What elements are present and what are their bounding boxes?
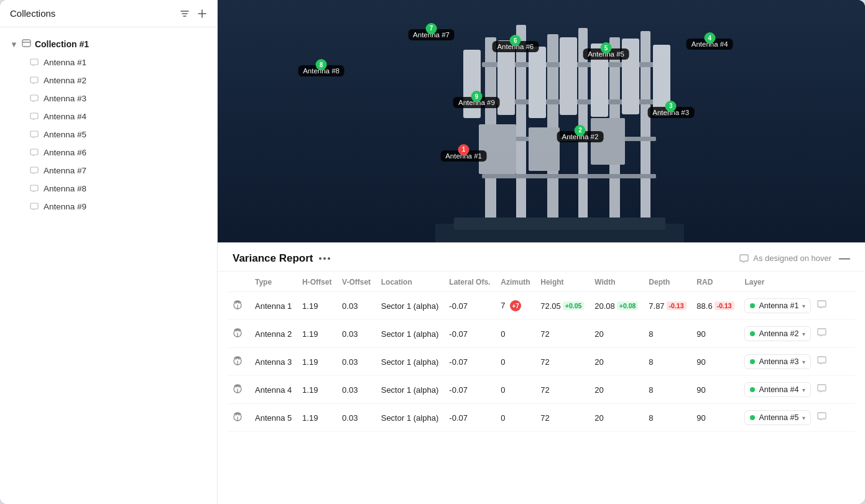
col-header: Type	[250, 272, 297, 292]
col-header: Location	[376, 272, 445, 292]
comment-icon	[817, 300, 826, 309]
chevron-down-icon: ▾	[802, 387, 805, 393]
layer-select[interactable]: Antenna #2 ▾	[744, 326, 811, 341]
collection-header[interactable]: ▼ Collection #1	[0, 35, 217, 53]
table-row: Antenna 31.190.03Sector 1 (alpha)-0.0707…	[228, 348, 855, 376]
dot1	[319, 257, 321, 260]
antenna-comment-icon	[30, 94, 39, 103]
antenna-list-item[interactable]: Antenna #5	[0, 126, 217, 144]
row-rad: 90	[692, 404, 739, 432]
antenna-viewport-label[interactable]: 8 Antenna #8	[298, 65, 345, 76]
row-location: Sector 1 (alpha)	[376, 292, 445, 320]
layer-cell: Antenna #1 ▾	[744, 298, 828, 313]
row-hoffset: 1.19	[297, 376, 337, 404]
panel-header: Variance Report As designed on hover	[218, 243, 865, 272]
filter-button[interactable]	[180, 9, 190, 19]
antenna-list-item[interactable]: Antenna #3	[0, 89, 217, 108]
dot3	[328, 257, 330, 260]
filter-icon	[180, 9, 190, 19]
antenna-list-item[interactable]: Antenna #4	[0, 108, 217, 126]
row-height: 72	[535, 320, 590, 348]
antenna-item-label: Antenna #3	[44, 94, 86, 103]
svg-rect-21	[560, 37, 577, 115]
row-antenna-icon	[228, 292, 250, 320]
row-location: Sector 1 (alpha)	[376, 404, 445, 432]
row-type: Antenna 4	[250, 376, 297, 404]
chevron-down-icon: ▾	[802, 331, 805, 337]
layer-dot	[750, 331, 755, 336]
depth-value: 7.87 -0.13	[649, 301, 686, 311]
row-comment-button[interactable]	[817, 412, 826, 424]
table-container[interactable]: TypeH-OffsetV-OffsetLocationLateral Ofs.…	[218, 272, 865, 504]
layer-select[interactable]: Antenna #3 ▾	[744, 354, 811, 369]
antenna-viewport-label[interactable]: 7 Antenna #7	[408, 29, 455, 40]
row-lateral: -0.07	[444, 292, 496, 320]
antenna-badge: 4	[704, 32, 715, 44]
antenna-viewport-label[interactable]: 2 Antenna #2	[557, 131, 604, 142]
antenna-comment-icon	[30, 203, 39, 211]
layer-name: Antenna #3	[759, 357, 798, 366]
row-hoffset: 1.19	[297, 348, 337, 376]
antenna-list-item[interactable]: Antenna #6	[0, 144, 217, 162]
layer-dot	[750, 415, 755, 420]
rad-diff: -0.13	[715, 301, 734, 310]
sidebar-header: Collections	[0, 0, 217, 27]
row-azimuth: 0	[496, 404, 535, 432]
table-row: Antenna 41.190.03Sector 1 (alpha)-0.0707…	[228, 376, 855, 404]
row-comment-button[interactable]	[817, 356, 826, 368]
plus-icon	[197, 9, 207, 19]
antenna-viewport-label[interactable]: 9 Antenna #9	[453, 97, 500, 108]
svg-rect-27	[529, 127, 560, 171]
width-value: 20.08 +0.08	[594, 301, 638, 311]
antenna-list-item[interactable]: Antenna #8	[0, 180, 217, 198]
antenna-list-item[interactable]: Antenna #7	[0, 162, 217, 180]
viewport[interactable]: 1 Antenna #1 2 Antenna #2 3 Antenna #3 4…	[218, 0, 865, 242]
antenna-list-item[interactable]: Antenna #1	[0, 53, 217, 71]
row-comment-button[interactable]	[817, 384, 826, 396]
row-layer: Antenna #1 ▾	[739, 292, 833, 320]
add-collection-button[interactable]	[197, 9, 207, 19]
layer-select[interactable]: Antenna #1 ▾	[744, 298, 811, 313]
row-layer: Antenna #3 ▾	[739, 348, 833, 376]
antenna-item-label: Antenna #4	[44, 112, 86, 121]
row-azimuth: 0	[496, 348, 535, 376]
layer-select[interactable]: Antenna #5 ▾	[744, 410, 811, 425]
antenna-item-label: Antenna #1	[44, 58, 86, 67]
comment-icon	[817, 412, 826, 421]
antenna-list-item[interactable]: Antenna #9	[0, 198, 217, 216]
col-header-icon	[228, 272, 250, 292]
antenna-viewport-label[interactable]: 6 Antenna #6	[492, 41, 539, 52]
svg-rect-29	[454, 218, 665, 230]
col-header: Height	[535, 272, 590, 292]
panel-menu-button[interactable]	[319, 257, 330, 260]
antenna-viewport-label[interactable]: 1 Antenna #1	[440, 150, 487, 162]
antenna-item-label: Antenna #8	[44, 184, 86, 193]
row-rad: 90	[692, 320, 739, 348]
comment-icon	[739, 254, 749, 263]
antenna-list-item[interactable]: Antenna #2	[0, 71, 217, 89]
antenna-comment-icon	[30, 131, 39, 139]
svg-rect-7	[218, 0, 865, 242]
row-rad: 90	[692, 376, 739, 404]
antenna-viewport-label[interactable]: 5 Antenna #5	[583, 48, 629, 60]
collection-icon	[22, 39, 31, 48]
sidebar-title: Collections	[10, 8, 55, 19]
comment-icon	[817, 356, 826, 365]
antenna-badge: 5	[601, 42, 612, 53]
svg-rect-13	[641, 31, 650, 236]
bottom-panel: Variance Report As designed on hover	[218, 242, 865, 504]
row-comment-button[interactable]	[817, 328, 826, 340]
minimize-button[interactable]: —	[839, 252, 850, 265]
rad-num: 88.6	[696, 301, 712, 311]
row-lateral: -0.07	[444, 348, 496, 376]
row-comment-button[interactable]	[817, 300, 826, 312]
antenna-viewport-label[interactable]: 3 Antenna #3	[647, 107, 694, 118]
table-row: Antenna 11.190.03Sector 1 (alpha)-0.077 …	[228, 292, 855, 320]
row-location: Sector 1 (alpha)	[376, 348, 445, 376]
antenna-viewport-label[interactable]: 4 Antenna #4	[687, 39, 733, 50]
antenna-row-icon	[233, 328, 243, 338]
row-location: Sector 1 (alpha)	[376, 320, 445, 348]
layer-select[interactable]: Antenna #4 ▾	[744, 382, 811, 397]
row-layer: Antenna #2 ▾	[739, 320, 833, 348]
sidebar: Collections ▼	[0, 0, 218, 504]
